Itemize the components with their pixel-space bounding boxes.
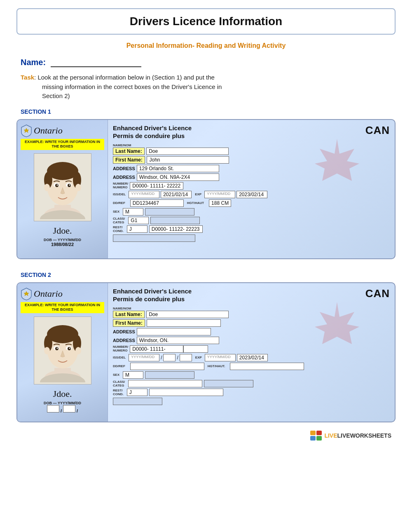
section2-dob-date: / / — [44, 405, 81, 413]
sex-value: M — [123, 208, 143, 216]
section2-ontario-shield-icon — [21, 287, 32, 300]
exp-label: EXP — [195, 192, 201, 196]
section2-iss-slash2: / — [177, 355, 178, 361]
licence-right-panel: Enhanced Driver's Licence Permis de cond… — [108, 120, 395, 258]
section2-address1-input[interactable] — [137, 328, 211, 335]
ontario-logo: Ontario — [21, 124, 63, 137]
rest-row: REST/ COND. J D0000- 11122- 22223 — [113, 225, 390, 233]
section2-dob-label: DOB — YYYY/MM/DD — [44, 401, 81, 405]
dob-area: DOB — YYYY/MM/DD 1988/08/22 — [44, 238, 81, 247]
ontario-shield-icon — [21, 124, 32, 137]
subtitle: Personal Information- Reading and Writin… — [16, 42, 396, 49]
address2-value: Windsor, ON. N9A-2X4 — [137, 173, 219, 181]
liveworksheets-text: LIVELIVEWORKSHEETS — [324, 432, 391, 439]
iss-group: ISS/DEL YYYY/MM/DD 2021/02/14 — [113, 191, 192, 198]
section2-first-name-label-box: First Name: — [113, 319, 145, 327]
section2-class-extra-box — [204, 380, 253, 387]
section2-iss-label: ISS/DEL — [113, 356, 126, 359]
lw-sq4 — [316, 436, 322, 441]
section2-rest-label: REST/ COND. — [113, 389, 124, 396]
task-text2: missing information in the correct boxes… — [42, 83, 222, 90]
rest-value2: D0000- 11122- 22223 — [149, 225, 203, 233]
section2-dob-input2[interactable] — [63, 405, 75, 412]
number-value: D0000- 11111- 22222 — [130, 182, 183, 190]
iss-exp-row: ISS/DEL YYYY/MM/DD 2021/02/14 EXP YYYY/M… — [113, 191, 390, 198]
last-name-label-box: Last Name: — [113, 148, 145, 155]
section2-iss-input1[interactable] — [163, 354, 176, 361]
rest-value1: J — [127, 225, 147, 233]
section2-photo-area — [34, 316, 91, 384]
section2-heading: SECTION 2 — [21, 272, 396, 278]
section2-sex-label: SEX — [113, 373, 119, 377]
section2-class-row: CLASS/ CATEG — [113, 380, 390, 387]
section2-dd-input[interactable] — [130, 363, 204, 370]
section2-hgt-label: HGT/HAUT. — [208, 364, 225, 368]
section2-iss-input2[interactable] — [180, 354, 192, 361]
section2-dob-input1[interactable] — [47, 405, 59, 412]
svg-point-30 — [56, 347, 58, 349]
section2-address1-label: ADDRESS — [113, 329, 135, 334]
section2-dd-label: DD/REF — [113, 364, 125, 368]
section2-iss-format: YYYY/MM/DD — [129, 354, 159, 361]
svg-point-14 — [56, 184, 58, 185]
class-value: G1 — [128, 217, 149, 224]
lw-sq2 — [316, 431, 322, 435]
iss-format: YYYY/MM/DD — [129, 191, 159, 198]
svg-point-9 — [75, 184, 81, 191]
svg-point-15 — [69, 184, 70, 185]
lw-plain-text: LIVEWORKSHEETS — [337, 432, 391, 439]
section2-iss-group: ISS/DEL YYYY/MM/DD / / — [113, 354, 192, 361]
address1-label: ADDRESS — [113, 166, 135, 171]
section2-exp-value: 2023/02/14 — [237, 354, 268, 361]
first-name-label-box: First Name: — [113, 156, 145, 164]
section2-signature: Jdoe. — [53, 389, 72, 399]
dob-label: DOB — YYYY/MM/DD — [44, 238, 81, 242]
exp-group: EXP YYYY/MM/DD 2023/02/14 — [195, 191, 267, 198]
section2-licence-left-panel: Ontario EXAMPLE: WRITE YOUR INFORMATION … — [17, 283, 108, 422]
section2-face-illustration — [36, 319, 89, 382]
section2-rest-input[interactable] — [149, 389, 223, 396]
sex-row: SEX M — [113, 208, 390, 216]
section2-licence-title: Enhanced Driver's Licence Permis de cond… — [113, 287, 192, 303]
section2-rest-row: REST/ COND. J — [113, 389, 390, 396]
task-text3: Section 2) — [42, 92, 70, 99]
example-note: EXAMPLE: WRITE YOUR INFORMATION IN THE B… — [21, 139, 104, 150]
section2-address2-value: Windsor, ON. — [137, 337, 219, 344]
dob-date: 1988/08/22 — [44, 242, 81, 247]
lw-bold-text: LIVE — [324, 432, 337, 439]
task-label: Task — [21, 74, 34, 81]
section2-dob-area: DOB — YYYY/MM/DD / / — [44, 401, 81, 413]
liveworksheets-logo — [310, 431, 322, 441]
lw-sq1 — [310, 431, 316, 435]
exp-format: YYYY/MM/DD — [204, 191, 235, 198]
hgt-value: 188 CM — [209, 199, 231, 207]
svg-point-24 — [44, 347, 50, 354]
rest-label: REST/ COND. — [113, 225, 124, 233]
section2-number-input[interactable] — [183, 345, 208, 353]
section2-last-name-value: Doe — [146, 311, 229, 318]
licence-title: Enhanced Driver's Licence Permis de cond… — [113, 124, 192, 140]
section2-number-value: D0000- 11111- — [130, 345, 183, 353]
section2-number-label: NUMBER/ NUMERO — [113, 345, 128, 353]
title-box: Drivers Licence Information — [16, 8, 396, 35]
section1-heading: SECTION 1 — [21, 108, 396, 115]
section2-class-input[interactable] — [128, 380, 202, 387]
section2-hgt-input[interactable] — [230, 363, 304, 370]
section2-licence-right-panel: Enhanced Driver's Licence Permis de cond… — [108, 283, 395, 422]
sex-label: SEX — [113, 210, 119, 213]
number-label: NUMBER/ NUMERO — [113, 182, 128, 190]
section2-first-name-input[interactable] — [147, 319, 221, 327]
name-input-underline[interactable] — [51, 57, 141, 67]
sex-extra-box — [145, 208, 194, 216]
section2-rest-value1: J — [127, 389, 147, 396]
section2-iss-exp-row: ISS/DEL YYYY/MM/DD / / EXP YYYY/MM/DD 20… — [113, 354, 390, 361]
exp-value: 2023/02/14 — [236, 191, 267, 198]
class-label: CLASS/ CATEG — [113, 217, 125, 224]
bottom-extra-box — [113, 234, 195, 242]
svg-point-31 — [69, 347, 70, 349]
maple-leaf-watermark — [312, 136, 362, 186]
section2-class-label: CLASS/ CATEG — [113, 380, 125, 387]
hgt-label: HGT/HAUT — [187, 201, 204, 205]
section2-last-name-label-box: Last Name: — [113, 311, 145, 318]
can-badge: CAN — [365, 124, 390, 137]
